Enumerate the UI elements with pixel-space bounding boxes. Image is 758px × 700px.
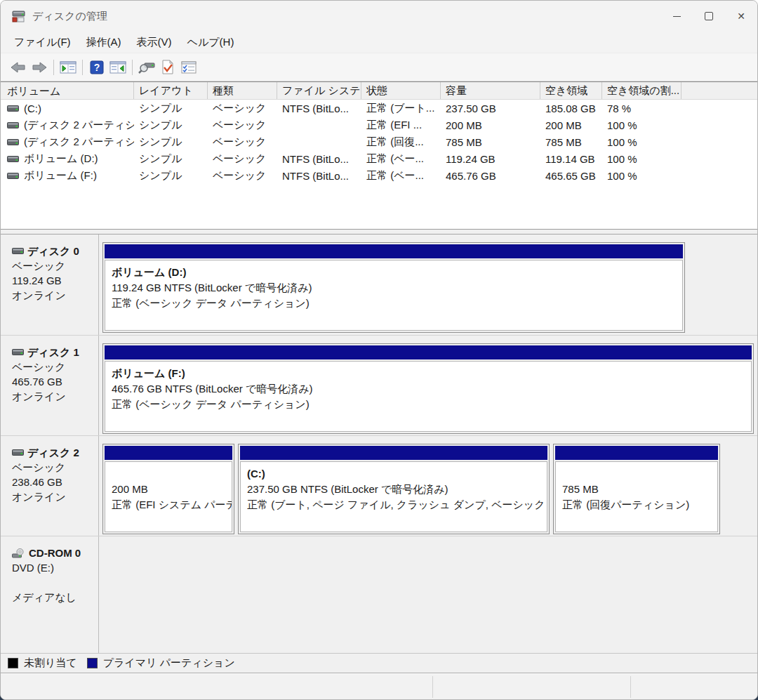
legend-bar: 未割り当て プライマリ パーティション (1, 653, 757, 673)
partition-title: ボリューム (F:) (112, 366, 751, 381)
partition-info: ボリューム (D:) 119.24 GB NTFS (BitLocker で暗号… (105, 260, 683, 331)
cdrom-media: DVD (E:) (12, 560, 95, 575)
disk-row-0: ディスク 0 ベーシック 119.24 GB オンライン ボリューム (D:) … (1, 235, 757, 336)
cdrom-label[interactable]: CD-ROM 0 DVD (E:) メディアなし (1, 536, 99, 653)
maximize-icon (705, 12, 713, 20)
cdrom-status: メディアなし (12, 590, 95, 605)
back-button[interactable] (8, 58, 29, 77)
column-header-type[interactable]: 種類 (208, 82, 277, 99)
show-action-pane-button[interactable] (107, 58, 128, 77)
drive-icon (7, 155, 19, 163)
check-document-button[interactable] (157, 58, 178, 77)
rescan-disks-button[interactable] (136, 58, 157, 77)
partition-info: ボリューム (F:) 465.76 GB NTFS (BitLocker で暗号… (105, 361, 752, 432)
window-controls: ✕ (660, 1, 757, 32)
column-header-filler (681, 82, 757, 99)
disk-graph-area: ディスク 0 ベーシック 119.24 GB オンライン ボリューム (D:) … (1, 235, 757, 653)
status-bar (1, 673, 757, 700)
column-header-status[interactable]: 状態 (361, 82, 441, 99)
volume-name: ボリューム (D:) (24, 152, 98, 166)
partition-c[interactable]: (C:) 237.50 GB NTFS (BitLocker で暗号化済み) 正… (238, 444, 550, 534)
help-button[interactable]: ? (86, 58, 107, 77)
partition-info: 200 MB 正常 (EFI システム パーテ (105, 461, 232, 532)
show-action-pane-icon (109, 61, 126, 74)
toolbar-separator (132, 60, 133, 75)
checklist-icon (181, 61, 197, 74)
partition-state: 正常 (ベーシック データ パーティション) (112, 397, 751, 412)
minimize-button[interactable] (660, 1, 693, 32)
partition-info: (C:) 237.50 GB NTFS (BitLocker で暗号化済み) 正… (240, 461, 547, 532)
pane-splitter[interactable] (1, 229, 757, 235)
volume-list-header: ボリューム レイアウト 種類 ファイル システム 状態 容量 空き領域 空き領域… (1, 82, 757, 100)
disk-2-partitions: 200 MB 正常 (EFI システム パーテ (C:) 237.50 GB N… (99, 436, 757, 536)
disk-name: ディスク 0 (27, 244, 79, 258)
menu-help[interactable]: ヘルプ(H) (180, 34, 242, 51)
partition-state: 正常 (回復パーティション) (562, 497, 717, 513)
partition-state: 正常 (ブート, ページ ファイル, クラッシュ ダンプ, ベーシック データ … (247, 497, 547, 513)
cd-rom-icon (12, 548, 25, 558)
column-header-capacity[interactable]: 容量 (441, 82, 540, 99)
column-header-free-pct[interactable]: 空き領域の割... (602, 82, 681, 99)
disk-name: ディスク 1 (27, 345, 79, 359)
primary-partition-swatch (87, 658, 98, 668)
disk-2-label[interactable]: ディスク 2 ベーシック 238.46 GB オンライン (1, 436, 99, 536)
primary-partition-label: プライマリ パーティション (103, 656, 235, 670)
partition-type-bar (555, 446, 718, 460)
maximize-button[interactable] (693, 1, 725, 32)
toolbar: ? (1, 53, 757, 81)
disk-1-partitions: ボリューム (F:) 465.76 GB NTFS (BitLocker で暗号… (99, 336, 757, 435)
partition-volume-f[interactable]: ボリューム (F:) 465.76 GB NTFS (BitLocker で暗号… (102, 343, 754, 434)
volume-name: (ディスク 2 パーティシ... (24, 119, 134, 132)
menu-bar: ファイル(F) 操作(A) 表示(V) ヘルプ(H) (1, 32, 757, 53)
drive-icon (7, 105, 19, 112)
disk-row-1: ディスク 1 ベーシック 465.76 GB オンライン ボリューム (F:) … (1, 336, 757, 436)
partition-type-bar (105, 244, 683, 258)
forward-button[interactable] (29, 58, 50, 77)
disk-management-window: ディスクの管理 ✕ ファイル(F) 操作(A) 表示(V) ヘルプ(H) (0, 0, 758, 700)
column-header-free[interactable]: 空き領域 (540, 82, 602, 99)
column-header-volume[interactable]: ボリューム (1, 82, 134, 99)
titlebar: ディスクの管理 ✕ (1, 1, 757, 32)
checklist-button[interactable] (178, 58, 199, 77)
partition-efi-system[interactable]: 200 MB 正常 (EFI システム パーテ (102, 444, 234, 534)
disk-size: 465.76 GB (12, 374, 95, 389)
svg-text:?: ? (94, 62, 100, 73)
column-header-layout[interactable]: レイアウト (134, 82, 208, 99)
cdrom-row: CD-ROM 0 DVD (E:) メディアなし (1, 536, 757, 653)
disk-status: オンライン (12, 389, 95, 404)
disk-size: 119.24 GB (12, 273, 95, 288)
spacer (12, 575, 95, 590)
partition-detail: 119.24 GB NTFS (BitLocker で暗号化済み) (112, 280, 682, 296)
volume-row-disk2-part1[interactable]: (ディスク 2 パーティシ... シンプル ベーシック 正常 (EFI ... … (1, 117, 757, 133)
disk-1-label[interactable]: ディスク 1 ベーシック 465.76 GB オンライン (1, 336, 99, 435)
volume-name: (C:) (24, 103, 41, 114)
menu-file[interactable]: ファイル(F) (6, 34, 79, 51)
volume-row-disk2-part2[interactable]: (ディスク 2 パーティシ... シンプル ベーシック 正常 (回復... 78… (1, 133, 757, 150)
partition-volume-d[interactable]: ボリューム (D:) 119.24 GB NTFS (BitLocker で暗号… (102, 242, 685, 333)
show-console-tree-button[interactable] (58, 58, 79, 77)
column-header-filesystem[interactable]: ファイル システム (277, 82, 361, 99)
disk-0-label[interactable]: ディスク 0 ベーシック 119.24 GB オンライン (1, 235, 99, 335)
menu-action[interactable]: 操作(A) (79, 34, 129, 51)
disk-management-app-icon (12, 11, 25, 22)
menu-view[interactable]: 表示(V) (129, 34, 180, 51)
status-bar-divider (432, 676, 433, 698)
minimize-icon (673, 16, 681, 17)
volume-name: ボリューム (F:) (24, 169, 97, 183)
unallocated-label: 未割り当て (24, 656, 77, 670)
volume-row-c[interactable]: (C:) シンプル ベーシック NTFS (BitLo... 正常 (ブート..… (1, 100, 757, 117)
disk-icon (12, 449, 24, 456)
partition-detail: 785 MB (562, 482, 717, 497)
partition-recovery[interactable]: 785 MB 正常 (回復パーティション) (553, 444, 720, 534)
volume-list-panel: ボリューム レイアウト 種類 ファイル システム 状態 容量 空き領域 空き領域… (1, 81, 757, 229)
partition-title (112, 466, 232, 482)
volume-row-d[interactable]: ボリューム (D:) シンプル ベーシック NTFS (BitLo... 正常 … (1, 150, 757, 167)
partition-type-bar (240, 446, 547, 460)
volume-row-f[interactable]: ボリューム (F:) シンプル ベーシック NTFS (BitLo... 正常 … (1, 167, 757, 184)
partition-type-bar (105, 345, 752, 359)
disk-status: オンライン (12, 489, 95, 504)
disk-type: ベーシック (12, 258, 95, 273)
close-button[interactable]: ✕ (725, 1, 757, 32)
cdrom-empty-area (99, 536, 757, 653)
window-title: ディスクの管理 (32, 10, 107, 23)
